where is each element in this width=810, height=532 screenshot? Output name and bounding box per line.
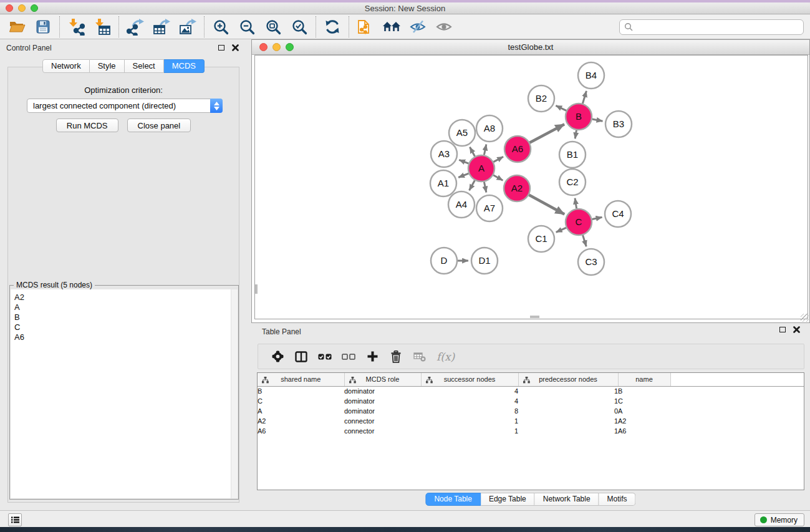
delete-table-button[interactable] — [410, 347, 429, 367]
network-from-file-button[interactable] — [352, 16, 378, 37]
graph-edge-A-A5[interactable] — [470, 147, 475, 157]
mcds-result-item[interactable]: B — [14, 312, 238, 322]
close-network-button[interactable] — [259, 43, 268, 51]
zoom-out-button[interactable] — [234, 16, 260, 37]
graph-edge-C-C3[interactable] — [583, 235, 587, 246]
import-network-icon — [68, 19, 85, 36]
search-field[interactable] — [619, 19, 804, 35]
graph-edge-B-B1[interactable] — [575, 130, 576, 139]
graph-edge-C-C4[interactable] — [592, 217, 602, 219]
export-table-button[interactable] — [148, 16, 175, 37]
close-panel-icon[interactable] — [793, 326, 800, 333]
mcds-result-item[interactable]: C — [14, 322, 238, 332]
zoom-network-button[interactable] — [286, 43, 294, 51]
hide-selected-button[interactable] — [405, 16, 431, 37]
vertical-scroll-thumb[interactable] — [255, 284, 258, 294]
mcds-result-item[interactable]: A2 — [14, 293, 238, 302]
tab-select[interactable]: Select — [125, 59, 164, 73]
tab-motifs[interactable]: Motifs — [599, 493, 636, 506]
import-table-button[interactable] — [89, 16, 115, 37]
close-panel-button[interactable]: Close panel — [127, 118, 191, 132]
run-mcds-button[interactable]: Run MCDS — [56, 118, 118, 132]
show-all-button[interactable] — [431, 16, 457, 37]
graph-edge-A-A6[interactable] — [493, 157, 503, 162]
show-column-button[interactable] — [292, 347, 311, 367]
tab-style[interactable]: Style — [90, 59, 125, 73]
graph-edge-A-A4[interactable] — [470, 180, 475, 190]
graph-edge-A-A8[interactable] — [484, 144, 486, 155]
function-builder-button[interactable]: f(x) — [436, 351, 455, 363]
float-panel-icon[interactable] — [779, 327, 786, 332]
toolbar-separator — [204, 16, 205, 37]
table-settings-button[interactable] — [268, 347, 287, 367]
mcds-result-item[interactable]: A6 — [14, 332, 238, 342]
add-column-button[interactable] — [363, 347, 382, 367]
task-history-button[interactable] — [8, 513, 22, 526]
search-input[interactable] — [636, 21, 803, 33]
deselect-all-columns-button[interactable] — [339, 347, 358, 367]
horizontal-scroll-thumb[interactable] — [530, 316, 539, 318]
column-header-name[interactable]: name — [618, 373, 670, 386]
tab-node-table[interactable]: Node Table — [425, 493, 481, 506]
tab-edge-table[interactable]: Edge Table — [481, 493, 535, 506]
table-row[interactable]: A2connector11A2 — [258, 416, 804, 426]
hierarchy-icon — [523, 377, 530, 384]
graph-edge-A2-C[interactable] — [529, 195, 564, 215]
table-cell: C — [618, 396, 670, 406]
graph-edge-A6-B[interactable] — [529, 124, 564, 143]
search-icon — [624, 22, 633, 31]
control-panel-controls — [218, 44, 239, 51]
export-network-button[interactable] — [122, 16, 148, 37]
graph-node-label: A1 — [438, 178, 449, 188]
graph-edge-A-A3[interactable] — [459, 160, 468, 163]
tab-network-table[interactable]: Network Table — [535, 493, 599, 506]
graph-edge-A-A1[interactable] — [458, 173, 468, 177]
select-all-columns-button[interactable] — [316, 347, 334, 367]
import-network-button[interactable] — [63, 16, 89, 37]
graph-node-label: B1 — [567, 149, 578, 160]
column-header-successor-nodes[interactable]: successor nodes — [421, 373, 518, 386]
zoom-selected-button[interactable] — [286, 16, 312, 37]
graph-edge-C-C1[interactable] — [556, 228, 566, 232]
mcds-result-item[interactable]: A — [14, 302, 238, 312]
mcds-result-group: MCDS result (5 nodes) A2ABCA6 — [9, 285, 239, 500]
float-panel-icon[interactable] — [218, 45, 224, 51]
network-canvas[interactable]: B4B2BB3A8A5A6A3B1AC2A1A2A4A7C4CC1DD1C3 — [254, 55, 808, 319]
optimization-criterion-select[interactable]: largest connected component (directed) — [27, 99, 223, 113]
export-image-button[interactable] — [175, 16, 201, 37]
table-cell: B — [618, 386, 670, 396]
checked-boxes-icon — [318, 354, 332, 360]
resize-grip[interactable] — [801, 314, 809, 322]
save-session-button[interactable] — [30, 16, 56, 37]
column-header-MCDS-role[interactable]: MCDS role — [344, 373, 421, 386]
network-window-title: testGlobe.txt — [252, 40, 809, 55]
table-row[interactable]: A6connector11A6 — [258, 426, 804, 436]
column-header-predecessor-nodes[interactable]: predecessor nodes — [518, 373, 618, 386]
zoom-in-button[interactable] — [208, 16, 234, 37]
graph-node-label: D — [441, 255, 448, 266]
refresh-button[interactable] — [319, 16, 345, 37]
tab-network[interactable]: Network — [42, 59, 90, 73]
graph-edge-A-A7[interactable] — [484, 182, 486, 193]
memory-button[interactable]: Memory — [755, 513, 804, 526]
row-filler — [670, 386, 804, 396]
open-session-button[interactable] — [4, 16, 30, 37]
minimize-network-button[interactable] — [272, 43, 281, 51]
result-list-scrollbar[interactable] — [231, 289, 238, 498]
graph-edge-B-B2[interactable] — [556, 105, 566, 110]
graph-edge-B-B4[interactable] — [582, 91, 586, 104]
column-header-shared-name[interactable]: shared name — [258, 373, 344, 386]
delete-column-button[interactable] — [387, 347, 405, 367]
home-button[interactable] — [378, 16, 405, 37]
table-row[interactable]: Cdominator41C — [258, 396, 804, 406]
graph-edge-A-A2[interactable] — [493, 175, 503, 181]
table-cell: 4 — [421, 386, 518, 396]
table-row[interactable]: Adominator80A — [258, 406, 804, 416]
graph-edge-B-B3[interactable] — [592, 119, 603, 121]
graph-edge-C-C2[interactable] — [575, 198, 577, 209]
table-row[interactable]: Bdominator41B — [258, 386, 804, 396]
zoom-fit-button[interactable] — [260, 16, 286, 37]
unchecked-boxes-icon — [342, 354, 355, 360]
tab-mcds[interactable]: MCDS — [164, 59, 205, 73]
close-panel-icon[interactable] — [232, 44, 239, 51]
